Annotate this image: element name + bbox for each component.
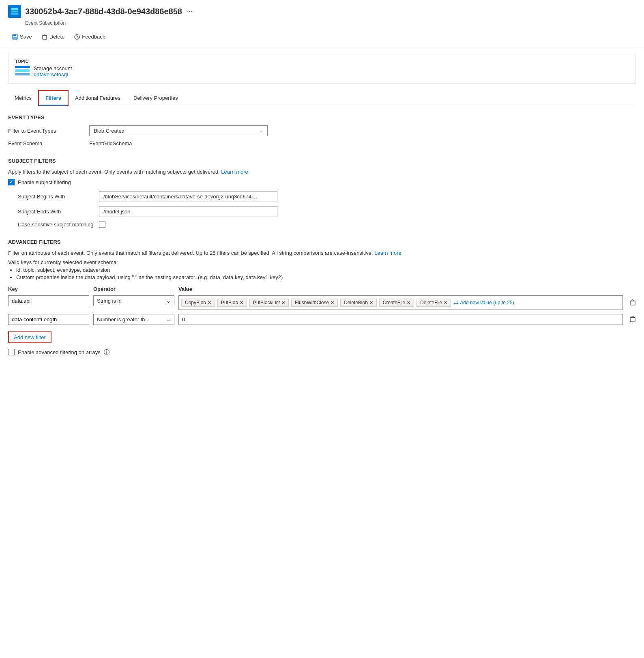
case-sensitive-row: Case-sensitive subject matching — [18, 221, 636, 228]
svg-rect-1 — [11, 8, 18, 10]
feedback-icon — [74, 34, 80, 40]
subject-filters-title: SUBJECT FILTERS — [8, 158, 636, 164]
topic-info: TOPIC Storage account dataversetosql — [15, 59, 72, 77]
checkmark-icon: ✓ — [9, 179, 13, 185]
topic-name-link[interactable]: dataversetosql — [34, 71, 68, 77]
filter-2-value-input[interactable] — [178, 314, 623, 325]
svg-rect-3 — [11, 13, 18, 15]
filter-2-delete-button[interactable] — [629, 316, 636, 323]
page-title: 330052b4-3ac7-888d-43d8-0e943d86e858 — [25, 7, 182, 16]
event-types-section: EVENT TYPES Filter to Event Types Blob C… — [8, 114, 636, 146]
more-options-icon[interactable]: ⋯ — [186, 8, 193, 15]
filter-2-operator-value: Number is greater th... — [97, 316, 149, 323]
filter-1-operator-dropdown[interactable]: String is in ⌄ — [93, 295, 174, 306]
col-operator-header: Operator — [93, 286, 174, 292]
content: EVENT TYPES Filter to Event Types Blob C… — [8, 106, 636, 375]
subject-filters-learn-more[interactable]: Learn more — [221, 169, 248, 175]
tag-deleteblob: DeleteBlob ✕ — [340, 299, 377, 307]
subject-begins-with-input[interactable] — [99, 191, 277, 202]
tag-createfile: CreateFile ✕ — [379, 299, 414, 307]
enable-advanced-filtering-label: Enable advanced filtering on arrays — [18, 349, 101, 355]
valid-key-item-2: Custom properties inside the data payloa… — [16, 274, 636, 280]
feedback-label: Feedback — [82, 34, 105, 40]
tag-putblob-remove[interactable]: ✕ — [240, 300, 243, 305]
svg-rect-19 — [630, 318, 635, 322]
filter-1-key-input[interactable] — [8, 295, 89, 306]
tag-copyblob-remove[interactable]: ✕ — [208, 300, 211, 305]
filter-table-header: Key Operator Value — [8, 286, 636, 292]
subject-filters-desc: Apply filters to the subject of each eve… — [8, 169, 636, 175]
add-value-icon: ⇄ — [453, 299, 458, 306]
save-button[interactable]: Save — [8, 32, 36, 42]
tag-flushwithclose: FlushWithClose ✕ — [291, 299, 338, 307]
svg-point-13 — [77, 38, 77, 38]
chevron-down-icon-2: ⌄ — [166, 298, 171, 304]
filter-to-event-types-label: Filter to Event Types — [8, 128, 89, 134]
event-schema-value: EventGridSchema — [89, 140, 132, 146]
advanced-filters-title: ADVANCED FILTERS — [8, 239, 636, 245]
tag-deletefile-remove[interactable]: ✕ — [444, 300, 447, 305]
storage-icon — [15, 66, 30, 77]
filter-2-key-input[interactable] — [8, 314, 89, 325]
advanced-filters-section: ADVANCED FILTERS Filter on attributes of… — [8, 239, 636, 355]
feedback-button[interactable]: Feedback — [70, 32, 109, 42]
event-schema-row: Event Schema EventGridSchema — [8, 140, 636, 146]
subject-begins-with-row: Subject Begins With — [18, 191, 636, 202]
filter-2-operator-dropdown[interactable]: Number is greater th... ⌄ — [93, 314, 174, 325]
tabs-container: Metrics Filters Additional Features Deli… — [8, 90, 636, 106]
filter-row-2: Number is greater th... ⌄ — [8, 314, 636, 325]
subject-begins-with-label: Subject Begins With — [18, 194, 99, 200]
topic-section: TOPIC Storage account dataversetosql — [8, 53, 636, 84]
tab-delivery-properties[interactable]: Delivery Properties — [127, 90, 185, 106]
tag-createfile-remove[interactable]: ✕ — [407, 300, 410, 305]
advanced-filters-desc: Filter on attributes of each event. Only… — [8, 250, 636, 256]
event-schema-label: Event Schema — [8, 140, 89, 146]
col-value-header: Value — [178, 286, 636, 292]
save-label: Save — [20, 34, 32, 40]
tag-putblob: PutBlob ✕ — [217, 299, 247, 307]
enable-subject-filtering-label: Enable subject filtering — [18, 179, 71, 185]
subject-filters-section: SUBJECT FILTERS Apply filters to the sub… — [8, 158, 636, 228]
topic-type: Storage account — [34, 65, 72, 71]
svg-rect-2 — [11, 11, 18, 12]
advanced-filters-learn-more[interactable]: Learn more — [374, 250, 401, 256]
tag-copyblob: CopyBlob ✕ — [181, 299, 215, 307]
filter-1-delete-button[interactable] — [629, 299, 636, 307]
tag-flushwithclose-remove[interactable]: ✕ — [331, 300, 334, 305]
tag-deleteblob-remove[interactable]: ✕ — [369, 300, 373, 305]
enable-subject-filtering-row: ✓ Enable subject filtering — [8, 179, 636, 185]
filter-row-1: String is in ⌄ CopyBlob ✕ PutBlob ✕ PutB… — [8, 295, 636, 310]
svg-rect-7 — [43, 36, 47, 39]
toolbar: Save Delete Feedback — [8, 29, 636, 46]
svg-rect-6 — [13, 37, 17, 39]
svg-rect-14 — [630, 301, 635, 305]
col-key-header: Key — [8, 286, 89, 292]
add-new-value-1-button[interactable]: ⇄ Add new value (up to 25) — [453, 299, 514, 306]
info-icon[interactable]: i — [104, 349, 109, 355]
case-sensitive-checkbox[interactable] — [99, 221, 105, 228]
enable-advanced-filtering-row: Enable advanced filtering on arrays i — [8, 349, 636, 355]
valid-key-item-1: id, topic, subject, eventtype, dataversi… — [16, 267, 636, 273]
tab-filters[interactable]: Filters — [38, 90, 69, 106]
save-icon — [12, 34, 18, 40]
filter-to-event-types-row: Filter to Event Types Blob Created ⌄ — [8, 125, 636, 136]
svg-rect-5 — [13, 34, 16, 36]
chevron-down-icon: ⌄ — [260, 128, 263, 133]
filter-2-value — [178, 314, 623, 325]
delete-button[interactable]: Delete — [38, 32, 69, 42]
tag-deletefile: DeleteFile ✕ — [416, 299, 451, 307]
add-new-filter-button[interactable]: Add new filter — [8, 331, 52, 343]
tag-putblocklist-remove[interactable]: ✕ — [281, 300, 285, 305]
header: 330052b4-3ac7-888d-43d8-0e943d86e858 ⋯ E… — [0, 0, 644, 46]
case-sensitive-label: Case-sensitive subject matching — [18, 221, 99, 228]
delete-icon — [42, 34, 47, 40]
tag-putblocklist: PutBlockList ✕ — [249, 299, 289, 307]
tab-additional-features[interactable]: Additional Features — [69, 90, 127, 106]
event-types-dropdown[interactable]: Blob Created ⌄ — [89, 125, 268, 136]
enable-advanced-filtering-checkbox[interactable] — [8, 349, 15, 355]
subject-ends-with-input[interactable] — [99, 206, 277, 217]
enable-subject-filtering-checkbox[interactable]: ✓ — [8, 179, 15, 185]
event-types-title: EVENT TYPES — [8, 114, 636, 120]
filter-1-tags-container: CopyBlob ✕ PutBlob ✕ PutBlockList ✕ Flus… — [178, 295, 623, 310]
tab-metrics[interactable]: Metrics — [8, 90, 38, 106]
